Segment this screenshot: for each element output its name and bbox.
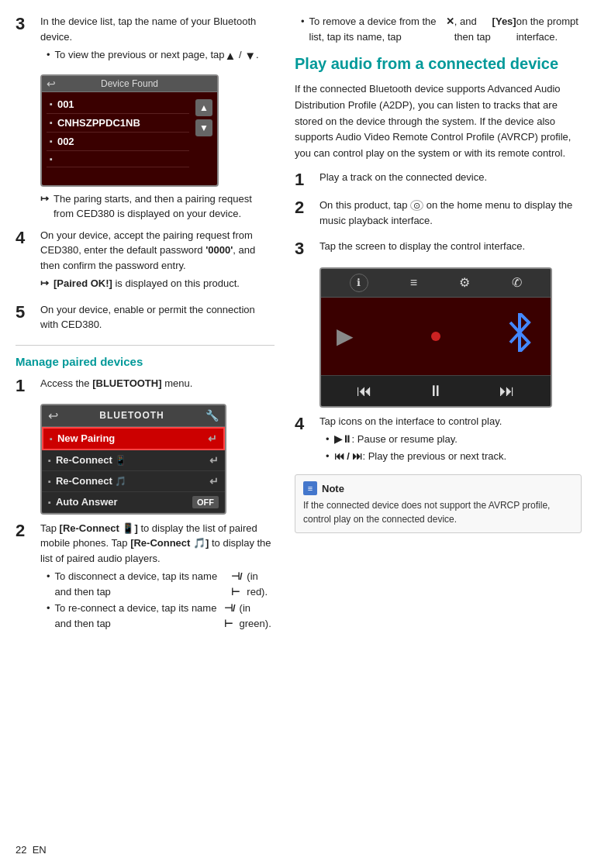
step-3-bullet-1: To view the previous or next page, tap ▲… <box>47 47 275 65</box>
section-divider <box>16 345 275 346</box>
step-3-arrow-note: ↦ The paring starts, and then a pairing … <box>40 191 275 222</box>
manage-bullet-2: To re-connect a device, tap its name and… <box>47 601 275 631</box>
bt-item-dot-4: ▪ <box>48 498 51 507</box>
play-step-4-number: 4 <box>295 414 313 434</box>
bt-new-pairing-label: New Pairing <box>57 432 115 444</box>
play-step-1-number: 1 <box>295 170 313 190</box>
bt-reconnect-music-label: Re-Connect 🎵 <box>56 475 127 487</box>
bt-item-left-new-pairing: ▪ New Pairing <box>50 432 115 444</box>
screen-row-1: 001 <box>47 95 189 114</box>
list-icon[interactable]: ≡ <box>410 276 417 290</box>
play-step-1-content: Play a track on the connected device. <box>319 170 582 188</box>
bt-reconnect-phone-item[interactable]: ▪ Re-Connect 📱 ↵ <box>42 450 225 471</box>
right-column: To remove a device from the list, tap it… <box>287 8 594 860</box>
info-icon[interactable]: ℹ <box>350 274 368 292</box>
step-5-number: 5 <box>16 302 34 322</box>
step-4-arrow: ↦ [Paired OK!] is displayed on this prod… <box>40 276 275 291</box>
screen-row-2: CNHSZPPDC1NB <box>47 114 189 133</box>
right-bullet-1: To remove a device from the list, tap it… <box>301 14 582 44</box>
scroll-arrows: ▲ ▼ <box>195 99 212 136</box>
arrow-symbol: ↦ <box>40 191 49 207</box>
pause-btn[interactable]: ⏸ <box>428 382 444 400</box>
screen-row-4 <box>47 151 189 167</box>
ctrl-screen-container: ℹ ≡ ⚙ ✆ ▶ ⏮ <box>319 267 582 408</box>
manage-bullet-1: To disconnect a device, tap its name and… <box>47 569 275 599</box>
page-number: 22 <box>16 844 26 856</box>
bt-auto-answer-label: Auto Answer <box>56 496 118 508</box>
settings-icon[interactable]: ⚙ <box>459 275 470 290</box>
play-step-3-number: 3 <box>295 239 313 259</box>
page-lang: EN <box>33 844 47 856</box>
step-4-arrow-sym: ↦ <box>40 276 49 291</box>
page-footer: 22 EN <box>16 844 47 856</box>
note-text: If the connected device does not support… <box>303 498 573 526</box>
play-intro-text: If the connected Bluetooth device suppor… <box>295 81 582 162</box>
step-5-block: 5 On your device, enable or permit the c… <box>16 302 275 336</box>
note-icon: ≡ <box>303 481 317 495</box>
play-bullet-1: ▶⏸ : Pause or resume play. <box>326 432 582 447</box>
play-step-3-content: Tap the screen to display the control in… <box>319 239 582 257</box>
bt-item-dot-1: ▪ <box>50 434 53 443</box>
manage-step-1-text: Access the [BLUETOOTH] menu. <box>40 376 275 391</box>
next-track-btn[interactable]: ⏭ <box>499 382 515 400</box>
play-step-2-content: On this product, tap ⊙ on the home menu … <box>319 198 582 231</box>
bt-screen: ↩ BLUETOOTH 🔧 ▪ New Pairing ↵ ▪ Re <box>40 404 226 515</box>
step-3-number: 3 <box>16 14 34 34</box>
screen-row-3: 002 <box>47 133 189 151</box>
play-bullet-2: ⏮ / ⏭ : Play the previous or next track. <box>326 449 582 464</box>
prev-track-btn[interactable]: ⏮ <box>357 382 372 400</box>
bt-off-badge: OFF <box>192 496 219 508</box>
bt-title-text: BLUETOOTH <box>99 410 164 421</box>
play-step-3-text: Tap the screen to display the control in… <box>319 239 582 254</box>
play-audio-heading: Play audio from a connected device <box>295 53 582 74</box>
bt-back-icon: ↩ <box>48 408 58 423</box>
note-header: ≡ Note <box>303 481 573 495</box>
phone-icon[interactable]: ✆ <box>512 275 522 290</box>
ctrl-main-area: ▶ <box>321 298 551 375</box>
bt-new-pairing-item[interactable]: ▪ New Pairing ↵ <box>42 427 225 450</box>
step-4-block: 4 On your device, accept the pairing req… <box>16 228 275 294</box>
manage-step-1-block: 1 Access the [BLUETOOTH] menu. <box>16 376 275 396</box>
step-3-text: In the device list, tap the name of your… <box>40 14 275 44</box>
bt-enter-icon-1: ↵ <box>208 432 217 445</box>
play-step-2-text: On this product, tap ⊙ on the home menu … <box>319 198 582 228</box>
bt-reconnect-phone-label: Re-Connect 📱 <box>56 454 127 466</box>
note-title: Note <box>322 483 344 494</box>
bt-item-left-reconnect-phone: ▪ Re-Connect 📱 <box>48 454 126 466</box>
manage-paired-heading: Manage paired devices <box>16 353 275 370</box>
ctrl-play-btn[interactable]: ▶ <box>337 323 354 349</box>
manage-step-1-content: Access the [BLUETOOTH] menu. <box>40 376 275 394</box>
play-step-4-text: Tap icons on the interface to control pl… <box>319 414 582 429</box>
step-4-text: On your device, accept the pairing reque… <box>40 228 275 274</box>
step-3-arrow-text: The paring starts, and then a pairing re… <box>54 191 275 222</box>
bt-enter-icon-2: ↵ <box>209 454 219 467</box>
manage-step-2-number: 2 <box>16 521 34 541</box>
step-4-number: 4 <box>16 228 34 248</box>
play-step-4-block: 4 Tap icons on the interface to control … <box>295 414 582 466</box>
bt-item-left-auto-answer: ▪ Auto Answer <box>48 496 118 508</box>
bluetooth-logo-svg <box>504 313 535 352</box>
step-5-text: On your device, enable or permit the con… <box>40 302 275 332</box>
bt-item-dot-2: ▪ <box>48 456 51 465</box>
bt-item-dot-3: ▪ <box>48 477 51 486</box>
bt-screen-container: ↩ BLUETOOTH 🔧 ▪ New Pairing ↵ ▪ Re <box>40 404 275 515</box>
back-icon: ↩ <box>47 78 56 90</box>
ctrl-top-bar: ℹ ≡ ⚙ ✆ <box>321 269 551 298</box>
bt-enter-icon-3: ↵ <box>209 475 219 487</box>
play-step-1-text: Play a track on the connected device. <box>319 170 582 185</box>
note-box: ≡ Note If the connected device does not … <box>295 474 582 533</box>
play-step-4-content: Tap icons on the interface to control pl… <box>319 414 582 466</box>
bt-logo <box>504 313 535 360</box>
manage-step-2-content: Tap [Re-Connect 📱] to display the list o… <box>40 521 275 633</box>
step-5-content: On your device, enable or permit the con… <box>40 302 275 336</box>
ctrl-bottom-bar: ⏮ ⏸ ⏭ <box>321 375 551 406</box>
scroll-up-btn[interactable]: ▲ <box>195 99 212 116</box>
manage-step-2-block: 2 Tap [Re-Connect 📱] to display the list… <box>16 521 275 633</box>
bt-reconnect-music-item[interactable]: ▪ Re-Connect 🎵 ↵ <box>42 471 225 492</box>
play-step-2-number: 2 <box>295 198 313 218</box>
bt-auto-answer-item[interactable]: ▪ Auto Answer OFF <box>42 492 225 513</box>
step-4-arrow-text: [Paired OK!] is displayed on this produc… <box>54 276 240 291</box>
screen-title-bar: ↩ Device Found <box>42 76 217 92</box>
scroll-down-btn[interactable]: ▼ <box>195 119 212 136</box>
bt-item-left-reconnect-music: ▪ Re-Connect 🎵 <box>48 475 126 487</box>
